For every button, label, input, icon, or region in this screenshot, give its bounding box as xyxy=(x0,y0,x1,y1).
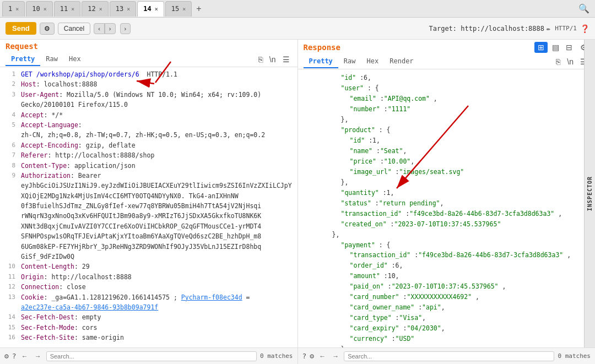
tab-14-close[interactable]: × xyxy=(155,6,158,12)
tab-10[interactable]: 10 × xyxy=(26,1,52,17)
json-line-card-number: "card_number" :"XXXXXXXXXXX4692" , xyxy=(302,292,591,302)
nav-forward-button[interactable]: › xyxy=(120,23,131,34)
inspector-panel[interactable]: INSPECTOR xyxy=(584,40,595,347)
tab-1[interactable]: 1 × xyxy=(2,1,25,17)
tab-15-label: 15 xyxy=(171,5,179,13)
inspector-label: INSPECTOR xyxy=(587,176,593,211)
code-line-7: 7 Referer: http://localhost:8888/shop xyxy=(0,150,298,160)
response-tab-pretty[interactable]: Pretty xyxy=(304,55,338,68)
response-grid-view-icon[interactable]: ⊟ xyxy=(564,42,575,53)
request-sub-tabs: Pretty Raw Hex ⎘ \n ☰ xyxy=(0,52,298,67)
json-line-card-type: "card_type" :"Visa", xyxy=(302,313,591,323)
code-line-4: 4 Accept: */* xyxy=(0,110,298,120)
right-settings-icon[interactable]: ⚙ xyxy=(310,352,314,360)
settings-button[interactable]: ⚙ xyxy=(40,23,55,35)
code-line-9e: XNNt3dBqxjCmuIvAVZI0Y7CCIre6XoOViIHCbkRO… xyxy=(0,221,298,231)
code-line-9f: SFNHPOspw1sORqTFJEviAPtaKjxYItoaBm6YAaXg… xyxy=(0,231,298,241)
tab-15[interactable]: 15 × xyxy=(165,1,192,17)
code-line-2: 2 Host: localhost:8888 xyxy=(0,79,298,89)
nav-group: ‹ › xyxy=(94,23,115,34)
code-line-6: 6 Accept-Encoding: gzip, deflate xyxy=(0,140,298,150)
left-nav-forward-icon[interactable]: → xyxy=(33,352,43,360)
response-tab-render[interactable]: Render xyxy=(384,55,419,68)
code-line-13: 13 Cookie: _ga=GA1.1.1281219620.16614145… xyxy=(0,292,298,302)
bottom-bar: ⚙ ? ← → 0 matches ? ⚙ ← → 0 matches xyxy=(0,347,595,364)
json-line-image: "image_url" :"images/seat.svg" xyxy=(302,167,591,177)
nav-back-button[interactable]: ‹ xyxy=(94,23,105,34)
tab-11-label: 11 xyxy=(60,5,68,13)
response-copy-icon[interactable]: ⎘ xyxy=(554,56,562,67)
response-panel-title: Response xyxy=(304,43,340,52)
request-copy-icon[interactable]: ⎘ xyxy=(256,54,265,65)
response-tab-raw[interactable]: Raw xyxy=(338,55,361,68)
response-json-content: "id" :6, "user" : { "email" :"API@qq.com… xyxy=(298,72,596,347)
add-tab-button[interactable]: + xyxy=(193,4,204,14)
json-line-id: "id" :6, xyxy=(302,73,591,83)
request-wrap-icon[interactable]: \n xyxy=(267,54,278,65)
tab-12-label: 12 xyxy=(88,5,95,13)
cancel-button[interactable]: Cancel xyxy=(58,23,90,35)
response-split-view-icon[interactable]: ⊞ xyxy=(534,42,548,53)
left-settings-icon[interactable]: ⚙ xyxy=(4,352,9,360)
json-line-created: "created_on" :"2023-07-10T10:37:45.53796… xyxy=(302,219,591,230)
edit-target-icon[interactable]: ✏️ xyxy=(547,25,550,32)
tab-11[interactable]: 11 × xyxy=(54,1,80,17)
response-wrap-icon[interactable]: \n xyxy=(565,56,576,67)
right-search-input[interactable] xyxy=(344,351,554,361)
tab-1-label: 1 xyxy=(8,5,12,13)
code-line-9g: 6UGm08kEP-FE7YHjRbrY_3pJReHNg3ZRD9WONhIf… xyxy=(0,242,298,252)
code-line-9b: eyJhbGciOiJSUzI1NiJ9.eyJzdWIiOiJBUEIACXE… xyxy=(0,181,298,201)
tab-15-close[interactable]: × xyxy=(182,6,186,12)
tab-13[interactable]: 13 × xyxy=(110,1,136,17)
response-panel: Response ⊞ ▤ ⊟ ⚙ Pretty Raw Hex Render ⎘… xyxy=(298,40,596,347)
tab-12-close[interactable]: × xyxy=(99,6,102,12)
tab-11-close[interactable]: × xyxy=(71,6,74,12)
right-nav-forward-icon[interactable]: → xyxy=(331,352,340,360)
nav-down-button[interactable]: › xyxy=(105,23,116,34)
tab-1-close[interactable]: × xyxy=(15,6,19,12)
left-match-count: 0 matches xyxy=(260,352,293,360)
json-line-email: "email" :"API@qq.com" , xyxy=(302,94,591,104)
right-bottom-bar: ? ⚙ ← → 0 matches xyxy=(298,348,596,364)
json-line-transaction-id: "transaction_id" :"f49ce3bd-8a26-44b6-83… xyxy=(302,209,591,219)
send-button[interactable]: Send xyxy=(6,22,36,35)
code-line-9h: GiSf_9dFzIDw0Q xyxy=(0,252,298,262)
target-label: Target: http://localhost:8888 xyxy=(429,25,545,32)
code-line-3: 3 User-Agent: Mozilla/5.0 (Windows NT 10… xyxy=(0,90,298,100)
request-panel-title: Request xyxy=(6,42,38,51)
right-nav-back-icon[interactable]: ← xyxy=(317,352,327,360)
left-nav-back-icon[interactable]: ← xyxy=(20,352,30,360)
response-list-view-icon[interactable]: ▤ xyxy=(550,42,561,53)
request-code-area[interactable]: 1 GET /workshop/api/shop/orders/6 HTTP/1… xyxy=(0,67,298,347)
json-line-order-id: "order_id" :6, xyxy=(302,260,591,271)
code-line-12: 12 Connection: close xyxy=(0,282,298,292)
tab-13-label: 13 xyxy=(116,5,123,13)
request-menu-icon[interactable]: ☰ xyxy=(280,54,292,65)
code-line-14: 14 Sec-Fetch-Dest: empty xyxy=(0,312,298,322)
left-search-input[interactable] xyxy=(46,351,257,361)
request-panel: Request Pretty Raw Hex ⎘ \n ☰ 1 GET /wor… xyxy=(0,40,298,347)
toolbar: Send ⚙ Cancel ‹ › › Target: http://local… xyxy=(0,18,595,40)
right-match-count: 0 matches xyxy=(558,352,591,360)
tab-12[interactable]: 12 × xyxy=(82,1,108,17)
response-view-buttons: ⊞ ▤ ⊟ xyxy=(534,42,575,53)
right-info-icon[interactable]: ? xyxy=(302,352,307,360)
help-icon[interactable]: ❓ xyxy=(580,24,589,33)
left-info-icon[interactable]: ? xyxy=(12,352,17,360)
tab-10-close[interactable]: × xyxy=(44,6,47,12)
response-tab-hex[interactable]: Hex xyxy=(361,55,385,68)
request-tab-raw[interactable]: Raw xyxy=(40,53,63,66)
http-version-label: HTTP/1 xyxy=(555,25,577,32)
request-tab-pretty[interactable]: Pretty xyxy=(6,53,40,66)
tab-13-close[interactable]: × xyxy=(127,6,130,12)
target-text: Target: http://localhost:8888 xyxy=(429,25,545,32)
response-code-area[interactable]: "id" :6, "user" : { "email" :"API@qq.com… xyxy=(298,69,596,347)
left-bottom-bar: ⚙ ? ← → 0 matches xyxy=(0,348,298,364)
json-line-paid-on: "paid_on" :"2023-07-10T10:37:45.537965" … xyxy=(302,281,591,292)
json-line-product-close: }, xyxy=(302,177,591,188)
tab-14[interactable]: 14 × xyxy=(137,1,164,17)
request-tab-hex[interactable]: Hex xyxy=(63,53,86,66)
json-line-currency: "currency" :"USD" xyxy=(302,334,591,344)
code-line-5b: zh-CN, zh;q=0.8, zh-TW;q=0.7, zh-HK;q=0.… xyxy=(0,130,298,140)
search-tabs-icon[interactable]: 🔍 xyxy=(575,3,593,14)
